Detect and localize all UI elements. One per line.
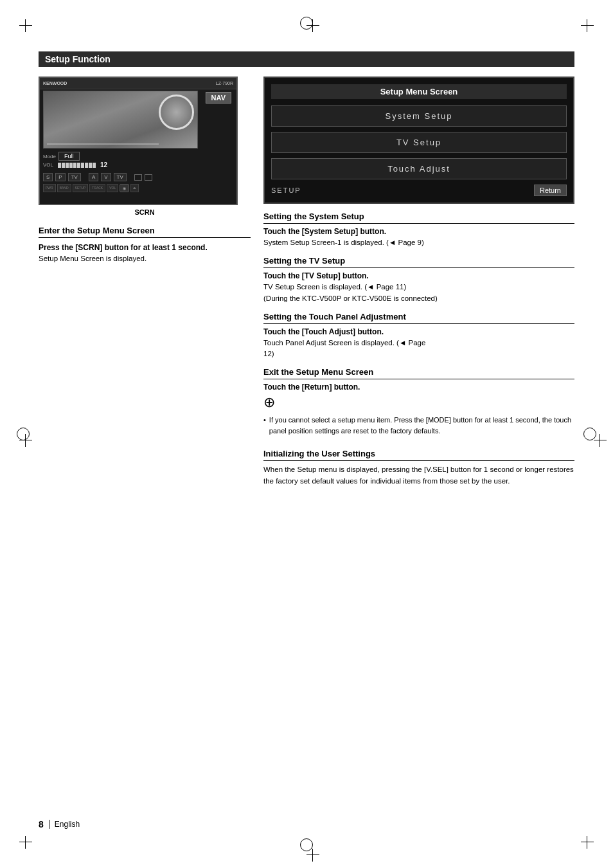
- registration-mark-top-left: [19, 19, 32, 32]
- fp-btn4[interactable]: TRACK: [89, 184, 105, 192]
- exit-instruction-title: Touch the [Return] button.: [263, 383, 574, 392]
- tv-setup-section-title: Setting the TV Setup: [263, 256, 574, 268]
- center-circle-left: [17, 428, 30, 440]
- touch-adjust-button[interactable]: Touch Adjust: [271, 158, 567, 179]
- device-screen: KENWOOD LZ-790R NAV: [39, 77, 238, 205]
- center-circle-right: [583, 428, 596, 440]
- system-setup-instruction-title: Touch the [System Setup] button.: [263, 227, 574, 236]
- model-label: LZ-790R: [216, 81, 233, 86]
- registration-mark-bottom-right: [581, 836, 594, 849]
- btn-tv1[interactable]: TV: [68, 173, 81, 181]
- setup-menu-footer: SETUP Return: [271, 185, 567, 196]
- vol-row: VOL 12: [43, 161, 107, 168]
- dashboard-image: [43, 91, 198, 149]
- system-setup-section: Setting the System Setup Touch the [Syst…: [263, 212, 574, 248]
- road-line: [47, 143, 159, 145]
- center-circle-bottom: [300, 838, 313, 851]
- left-column: KENWOOD LZ-790R NAV: [39, 77, 251, 487]
- enter-instruction-title: Press the [SCRN] button for at least 1 s…: [39, 243, 251, 252]
- exit-setup-section-title: Exit the Setup Menu Screen: [263, 367, 574, 379]
- device-top-bar: KENWOOD LZ-790R: [40, 78, 236, 89]
- two-column-layout: KENWOOD LZ-790R NAV: [39, 77, 574, 487]
- fp-btn2[interactable]: BAND: [57, 184, 71, 192]
- bullet-symbol: •: [263, 415, 266, 436]
- main-content: Setup Function KENWOOD LZ-790R NAV: [39, 51, 574, 487]
- nav-button[interactable]: NAV: [206, 92, 231, 104]
- registration-mark-bottom-left: [19, 836, 32, 849]
- mode-row: Mode Full: [43, 152, 80, 161]
- btn-tv2[interactable]: TV: [114, 173, 127, 181]
- exit-setup-section: Exit the Setup Menu Screen Touch the [Re…: [263, 367, 574, 436]
- setup-footer-label: SETUP: [271, 186, 301, 194]
- speedometer-gauge: [159, 95, 194, 130]
- bullet-note-text: If you cannot select a setup menu item. …: [269, 415, 574, 436]
- system-setup-section-title: Setting the System Setup: [263, 212, 574, 224]
- setup-menu-screen-title: Setup Menu Screen: [271, 84, 567, 99]
- btn-a[interactable]: A: [89, 173, 98, 181]
- mode-label: Mode: [43, 154, 56, 159]
- fp-knob[interactable]: ◉: [120, 184, 129, 192]
- btn-s[interactable]: S: [43, 173, 53, 181]
- page-separator: [49, 820, 49, 829]
- system-setup-button[interactable]: System Setup: [271, 105, 567, 127]
- page-language: English: [55, 820, 80, 829]
- bullet-note: • If you cannot select a setup menu item…: [263, 415, 574, 436]
- system-setup-instruction-text: System Setup Screen-1 is displayed. (◄ P…: [263, 237, 574, 248]
- enter-instruction-text: Setup Menu Screen is displayed.: [39, 253, 251, 264]
- touch-panel-instruction-title: Touch the [Touch Adjust] button.: [263, 327, 574, 336]
- vol-bar: [58, 163, 96, 168]
- right-column: Setup Menu Screen System Setup TV Setup …: [263, 77, 574, 487]
- return-button[interactable]: Return: [534, 185, 567, 196]
- vol-label: VOL: [43, 162, 56, 168]
- mode-value: Full: [58, 152, 80, 161]
- fp-btn5[interactable]: VOL: [107, 184, 118, 192]
- page-number: 8: [39, 819, 44, 829]
- setup-menu-screen: Setup Menu Screen System Setup TV Setup …: [263, 77, 574, 204]
- initializing-text: When the Setup menu is displayed, pressi…: [263, 464, 574, 487]
- page-footer: 8 English: [39, 819, 80, 829]
- square2: [145, 174, 152, 181]
- section-header: Setup Function: [39, 51, 574, 67]
- initializing-section: Initializing the User Settings When the …: [263, 449, 574, 487]
- touch-panel-section-title: Setting the Touch Panel Adjustment: [263, 312, 574, 324]
- fp-btn3[interactable]: SETUP: [73, 184, 89, 192]
- touch-panel-section: Setting the Touch Panel Adjustment Touch…: [263, 312, 574, 360]
- btn-v[interactable]: V: [101, 173, 111, 181]
- registration-mark-top-right: [581, 19, 594, 32]
- brand-label: KENWOOD: [43, 81, 67, 86]
- center-circle-top: [300, 17, 313, 30]
- front-panel: PWR BAND SETUP TRACK VOL ◉ ⏏: [43, 184, 139, 192]
- tv-setup-button[interactable]: TV Setup: [271, 132, 567, 153]
- tv-setup-instruction-title: Touch the [TV Setup] button.: [263, 271, 574, 280]
- enter-setup-title: Enter the Setup Menu Screen: [39, 226, 251, 238]
- fp-btn1[interactable]: PWR: [43, 184, 56, 192]
- button-row: S P TV A V TV: [43, 173, 152, 181]
- tv-setup-section: Setting the TV Setup Touch the [TV Setup…: [263, 256, 574, 304]
- vol-value: 12: [100, 161, 107, 168]
- touch-panel-instruction-text: Touch Panel Adjust Screen is displayed. …: [263, 338, 574, 360]
- settings-icon: ⊕: [263, 394, 574, 411]
- scrn-label: SCRN: [39, 208, 251, 216]
- initializing-title: Initializing the User Settings: [263, 449, 574, 461]
- tv-setup-instruction-text: TV Setup Screen is displayed. (◄ Page 11…: [263, 282, 574, 304]
- enter-setup-section: Enter the Setup Menu Screen Press the [S…: [39, 226, 251, 264]
- device-screen-container: KENWOOD LZ-790R NAV: [39, 77, 251, 216]
- fp-btn6[interactable]: ⏏: [130, 184, 139, 192]
- square1: [134, 174, 142, 181]
- section-header-text: Setup Function: [45, 54, 111, 64]
- btn-p[interactable]: P: [55, 173, 65, 181]
